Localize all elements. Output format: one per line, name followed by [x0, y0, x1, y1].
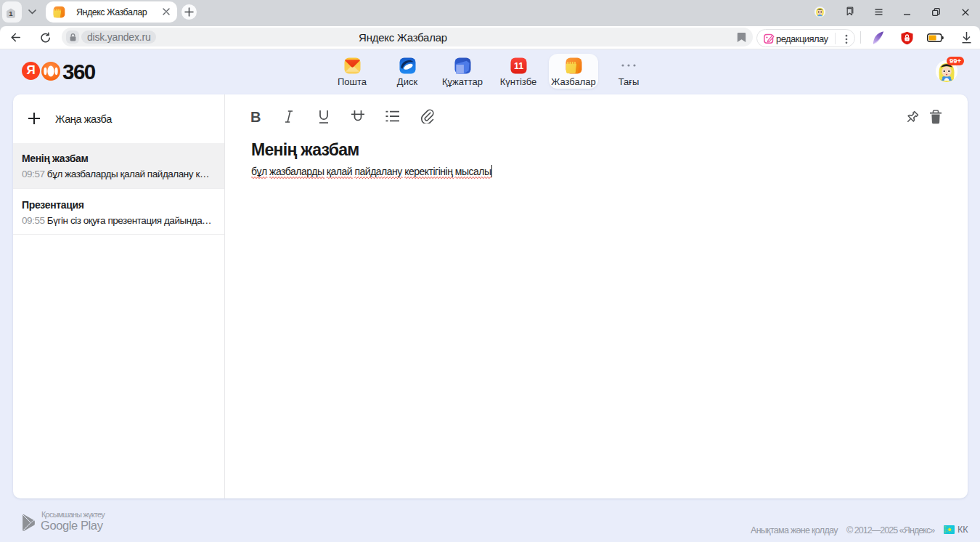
svg-text:11: 11: [513, 61, 523, 71]
svg-text:1: 1: [9, 9, 13, 17]
